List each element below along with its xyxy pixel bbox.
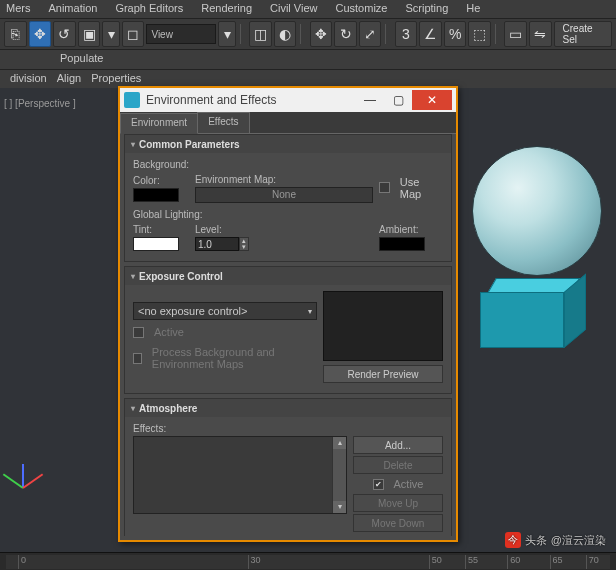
sphere-object[interactable] — [472, 146, 602, 276]
timeline-track[interactable]: 0 30 50 55 60 65 70 — [6, 555, 610, 569]
move-button[interactable]: ✥ — [310, 21, 333, 47]
undo-button[interactable]: ↺ — [53, 21, 76, 47]
rotate-button[interactable]: ↻ — [334, 21, 357, 47]
separator — [240, 24, 245, 44]
dropdown-icon[interactable]: ▾ — [218, 21, 235, 47]
scroll-up-icon[interactable]: ▴ — [333, 437, 346, 449]
snap-3-button[interactable]: 3 — [395, 21, 418, 47]
timeline-tick: 30 — [248, 555, 261, 569]
timeline-tick: 55 — [465, 555, 478, 569]
app-icon — [124, 92, 140, 108]
z-axis-icon — [22, 464, 24, 488]
select-move-button[interactable]: ✥ — [29, 21, 52, 47]
chevron-down-icon: ▾ — [308, 307, 312, 316]
common-parameters-rollout: Common Parameters Background: Color: Env… — [124, 134, 452, 262]
dialog-title: Environment and Effects — [146, 93, 356, 107]
ambient-color-swatch[interactable] — [379, 237, 425, 251]
use-map-label: Use Map — [400, 176, 443, 200]
effects-label: Effects: — [133, 423, 443, 434]
menu-item[interactable]: Civil View — [270, 2, 317, 16]
watermark-handle: @渲云渲染 — [551, 533, 606, 548]
rollout-header[interactable]: Common Parameters — [125, 135, 451, 153]
link-button[interactable]: ⎘ — [4, 21, 27, 47]
render-preview-button[interactable]: Render Preview — [323, 365, 443, 383]
color-label: Color: — [133, 175, 189, 186]
dialog-tabs: Environment Effects — [120, 112, 456, 134]
named-selection-button[interactable]: ▭ — [504, 21, 527, 47]
delete-button[interactable]: Delete — [353, 456, 443, 474]
use-map-checkbox[interactable] — [379, 182, 390, 193]
scale-button[interactable]: ⤢ — [359, 21, 382, 47]
active-label: Active — [154, 326, 184, 338]
properties-label[interactable]: Properties — [91, 72, 141, 86]
level-input[interactable] — [195, 237, 239, 251]
ambient-label: Ambient: — [379, 224, 443, 235]
subdivision-label[interactable]: division — [10, 72, 47, 86]
mirror-button[interactable]: ⇋ — [529, 21, 552, 47]
close-button[interactable]: ✕ — [412, 90, 452, 110]
effects-listbox[interactable]: ▴ ▾ — [133, 436, 347, 514]
tab-effects[interactable]: Effects — [197, 112, 249, 133]
move-down-button[interactable]: Move Down — [353, 514, 443, 532]
menu-item[interactable]: Mers — [6, 2, 30, 16]
exposure-control-combo[interactable]: <no exposure control>▾ — [133, 302, 317, 320]
angle-snap-button[interactable]: ∠ — [419, 21, 442, 47]
populate-label: Populate — [60, 52, 103, 67]
menu-item[interactable]: Customize — [336, 2, 388, 16]
maximize-button[interactable]: ▢ — [384, 90, 412, 110]
scroll-down-icon[interactable]: ▾ — [333, 501, 346, 513]
tab-environment[interactable]: Environment — [120, 113, 198, 134]
process-bg-label: Process Background and Environment Maps — [152, 346, 317, 370]
level-label: Level: — [195, 224, 275, 235]
rollout-header[interactable]: Atmosphere — [125, 399, 451, 417]
separator — [385, 24, 390, 44]
active-checkbox[interactable] — [373, 479, 384, 490]
timeline-tick: 70 — [586, 555, 599, 569]
move-up-button[interactable]: Move Up — [353, 494, 443, 512]
dialog-titlebar[interactable]: Environment and Effects — ▢ ✕ — [120, 88, 456, 112]
main-menu-bar: Mers Animation Graph Editors Rendering C… — [0, 0, 616, 18]
active-label: Active — [394, 478, 424, 490]
populate-toolbar: Populate — [0, 50, 616, 70]
percent-snap-button[interactable]: % — [444, 21, 467, 47]
active-checkbox[interactable] — [133, 327, 144, 338]
menu-item[interactable]: Rendering — [201, 2, 252, 16]
minimize-button[interactable]: — — [356, 90, 384, 110]
rollout-header[interactable]: Exposure Control — [125, 267, 451, 285]
menu-item[interactable]: Scripting — [405, 2, 448, 16]
box-object[interactable] — [480, 278, 580, 358]
exposure-control-rollout: Exposure Control <no exposure control>▾ … — [124, 266, 452, 394]
timeline[interactable]: 0 30 50 55 60 65 70 — [0, 552, 616, 570]
scrollbar[interactable]: ▴ ▾ — [332, 437, 346, 513]
tint-color-swatch[interactable] — [133, 237, 179, 251]
spinner-snap-button[interactable]: ⬚ — [468, 21, 491, 47]
menu-item[interactable]: He — [466, 2, 480, 16]
selection-filter-combo[interactable] — [146, 24, 216, 44]
process-bg-checkbox[interactable] — [133, 353, 142, 364]
menu-item[interactable]: Graph Editors — [115, 2, 183, 16]
tool-button[interactable]: ◐ — [274, 21, 297, 47]
create-selection-button[interactable]: Create Sel — [554, 21, 613, 47]
window-crossing-button[interactable]: ◫ — [249, 21, 272, 47]
environment-effects-dialog: Environment and Effects — ▢ ✕ Environmen… — [118, 86, 458, 542]
axis-gizmo — [16, 452, 56, 492]
viewport-label[interactable]: [ ] [Perspective ] — [4, 98, 76, 109]
global-lighting-label: Global Lighting: — [133, 209, 443, 220]
select-button[interactable]: ▣ — [78, 21, 101, 47]
env-map-label: Environment Map: — [195, 174, 373, 185]
dialog-body: Common Parameters Background: Color: Env… — [124, 134, 452, 536]
separator — [300, 24, 305, 44]
spinner-arrows-icon[interactable]: ▴▾ — [239, 237, 249, 251]
menu-item[interactable]: Animation — [48, 2, 97, 16]
watermark-source: 头条 — [525, 533, 547, 548]
filter-button[interactable]: ◻ — [122, 21, 145, 47]
align-label[interactable]: Align — [57, 72, 81, 86]
environment-map-slot[interactable]: None — [195, 187, 373, 203]
atmosphere-rollout: Atmosphere Effects: ▴ ▾ Add... Delete Ac… — [124, 398, 452, 536]
timeline-tick: 65 — [550, 555, 563, 569]
separator — [495, 24, 500, 44]
level-spinner[interactable]: ▴▾ — [195, 237, 275, 251]
dropdown-icon[interactable]: ▾ — [102, 21, 119, 47]
add-button[interactable]: Add... — [353, 436, 443, 454]
background-color-swatch[interactable] — [133, 188, 179, 202]
